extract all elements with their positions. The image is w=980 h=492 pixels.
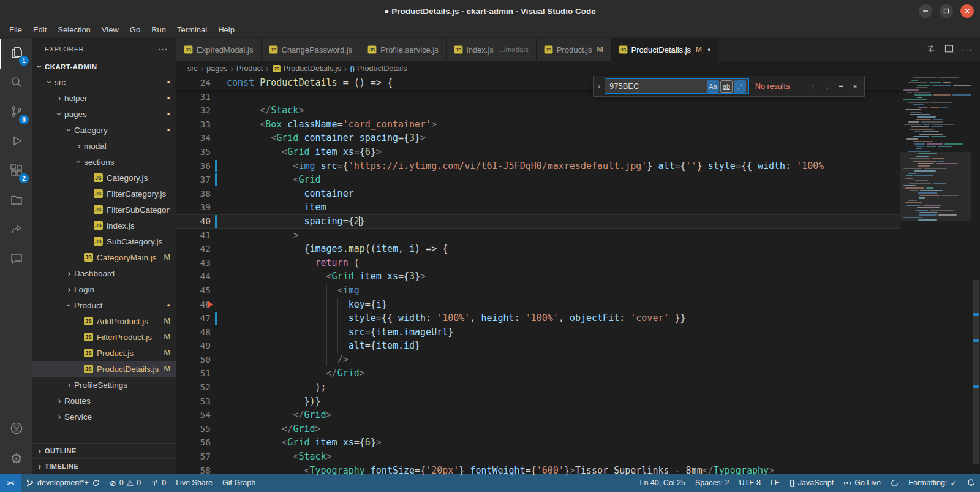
activity-explorer[interactable]: 1 xyxy=(0,39,32,69)
maximize-button[interactable] xyxy=(940,4,953,18)
tree-item-filtersubcategory-js[interactable]: JSFilterSubCategory.js xyxy=(32,202,176,218)
code-line-43[interactable]: 43 return ( xyxy=(176,256,900,270)
line-number[interactable]: 51 xyxy=(176,366,211,380)
tree-item-pages[interactable]: ›pages● xyxy=(32,106,176,122)
code-line-48[interactable]: 48 src={item.imageUrl} xyxy=(176,325,900,339)
code-line-36[interactable]: 36 <img src={'https://i.ytimg.com/vi/t6I… xyxy=(176,159,900,173)
outline-section[interactable]: › OUTLINE xyxy=(32,443,176,458)
tree-item-productdetails-js[interactable]: JSProductDetails.jsM xyxy=(32,361,176,377)
line-number[interactable]: 38 xyxy=(176,187,211,201)
menu-view[interactable]: View xyxy=(96,22,124,37)
tab-product-js[interactable]: JSProduct.jsM xyxy=(537,38,611,61)
line-number[interactable]: 57 xyxy=(176,450,211,464)
line-number[interactable]: 53 xyxy=(176,395,211,409)
tab-index-js[interactable]: JSindex.js.../modals xyxy=(447,38,537,61)
settings-button[interactable]: ⚙ xyxy=(0,444,32,474)
code-line-35[interactable]: 35 <Grid item xs={6}> xyxy=(176,145,900,159)
breadcrumb-pages[interactable]: pages xyxy=(206,64,227,73)
close-button[interactable] xyxy=(960,4,974,18)
activity-live-share[interactable] xyxy=(0,216,32,245)
find-in-selection-icon[interactable]: ≡ xyxy=(834,80,848,93)
ports-status[interactable]: 0 xyxy=(146,474,171,492)
breadcrumb-productdetails[interactable]: {}ProductDetails xyxy=(350,64,407,73)
minimap-slider[interactable] xyxy=(900,152,971,221)
tree-item-profilesettings[interactable]: ›ProfileSettings xyxy=(32,377,176,393)
tree-item-category-js[interactable]: JSCategory.js xyxy=(32,170,176,186)
tree-item-categorymain-js[interactable]: JSCategoryMain.jsM xyxy=(32,249,176,265)
code-line-51[interactable]: 51 </Grid> xyxy=(176,366,900,380)
tree-item-service[interactable]: ›Service xyxy=(32,409,176,425)
line-number[interactable]: 47 xyxy=(176,311,211,325)
code-line-57[interactable]: 57 <Stack> xyxy=(176,450,900,464)
line-number[interactable]: 43 xyxy=(176,256,211,270)
line-number[interactable]: 35 xyxy=(176,145,211,159)
git-branch-status[interactable]: development*+ xyxy=(21,474,105,492)
line-number[interactable]: 48 xyxy=(176,325,211,339)
line-number[interactable]: 46 xyxy=(176,298,211,312)
line-number[interactable]: 33 xyxy=(176,118,211,132)
dirty-dot[interactable]: ● xyxy=(707,47,710,53)
line-number[interactable]: 49 xyxy=(176,339,211,353)
line-number[interactable]: 58 xyxy=(176,464,211,478)
breadcrumb-src[interactable]: src xyxy=(187,64,198,73)
remote-indicator[interactable]: >< xyxy=(0,474,21,492)
tree-item-addproduct-js[interactable]: JSAddProduct.jsM xyxy=(32,313,176,329)
workspace-root[interactable]: › CKART-ADMIN xyxy=(32,59,176,74)
tab-expiredmodal-js[interactable]: JSExpiredModal.js xyxy=(176,38,262,61)
menu-run[interactable]: Run xyxy=(146,22,172,37)
activity-remote-explorer[interactable] xyxy=(0,186,32,216)
next-match-icon[interactable]: ↓ xyxy=(820,80,834,93)
tree-item-modal[interactable]: ›modal xyxy=(32,138,176,154)
code-line-49[interactable]: 49 alt={item.id} xyxy=(176,339,900,353)
code-line-50[interactable]: 50 /> xyxy=(176,353,900,367)
code-line-58[interactable]: 58 <Typography fontSize={'20px'} fontWei… xyxy=(176,464,900,478)
line-number[interactable]: 45 xyxy=(176,284,211,298)
minimize-button[interactable] xyxy=(919,4,932,18)
breadcrumb-product[interactable]: Product xyxy=(236,64,263,73)
tree-item-product[interactable]: ›Product● xyxy=(32,297,176,313)
line-number[interactable]: 32 xyxy=(176,104,211,118)
line-number[interactable]: 36 xyxy=(176,159,211,173)
timeline-section[interactable]: › TIMELINE xyxy=(32,458,176,474)
line-number[interactable]: 54 xyxy=(176,408,211,422)
code-line-41[interactable]: 41 > xyxy=(176,229,900,243)
tab-profile-service-js[interactable]: JSProfile.service.js xyxy=(360,38,447,61)
code-line-34[interactable]: 34 <Grid container spacing={3}> xyxy=(176,131,900,145)
toggle-replace-icon[interactable]: › xyxy=(594,81,605,91)
tab-productdetails-js[interactable]: JSProductDetails.jsM● xyxy=(611,38,719,61)
code-line-42[interactable]: 42 {images.map((item, i) => { xyxy=(176,242,900,256)
activity-source-control[interactable]: 8 xyxy=(0,98,32,127)
close-find-icon[interactable]: × xyxy=(848,80,862,93)
more-actions-icon[interactable]: ··· xyxy=(962,45,973,55)
menu-file[interactable]: File xyxy=(4,22,28,37)
line-number[interactable]: 40 xyxy=(176,214,211,229)
previous-match-icon[interactable]: ↑ xyxy=(806,80,820,93)
line-number[interactable]: 37 xyxy=(176,173,211,187)
tree-item-product-js[interactable]: JSProduct.jsM xyxy=(32,345,176,361)
menu-go[interactable]: Go xyxy=(124,22,146,37)
tree-item-sections[interactable]: ›sections xyxy=(32,154,176,170)
breadcrumb-productdetails-js[interactable]: JSProductDetails.js xyxy=(272,64,341,73)
tree-item-subcategory-js[interactable]: JSSubCategory.js xyxy=(32,233,176,249)
line-number[interactable]: 44 xyxy=(176,270,211,284)
activity-comments[interactable] xyxy=(0,245,32,274)
tree-item-routes[interactable]: ›Routes xyxy=(32,393,176,409)
regex-toggle[interactable]: .* xyxy=(734,80,746,93)
code-line-46[interactable]: 46 key={i} xyxy=(176,298,900,312)
code-line-39[interactable]: 39 item xyxy=(176,200,900,214)
line-number[interactable]: 31 xyxy=(176,90,211,104)
menu-selection[interactable]: Selection xyxy=(52,22,96,37)
code-line-33[interactable]: 33 <Box className='card_container'> xyxy=(176,118,900,132)
code-line-47[interactable]: 47 style={{ width: '100%', height: '100%… xyxy=(176,311,900,325)
code-line-55[interactable]: 55 </Grid> xyxy=(176,422,900,436)
line-number[interactable]: 55 xyxy=(176,422,211,436)
activity-extensions[interactable]: 2 xyxy=(0,157,32,186)
code-line-54[interactable]: 54 </Grid> xyxy=(176,408,900,422)
tree-item-index-js[interactable]: JSindex.js xyxy=(32,218,176,233)
accounts-button[interactable] xyxy=(0,415,32,444)
whole-word-toggle[interactable]: ab xyxy=(720,80,733,93)
menu-terminal[interactable]: Terminal xyxy=(172,22,213,37)
line-number[interactable]: 56 xyxy=(176,436,211,450)
tree-item-category[interactable]: ›Category● xyxy=(32,122,176,138)
activity-run-debug[interactable] xyxy=(0,127,32,157)
